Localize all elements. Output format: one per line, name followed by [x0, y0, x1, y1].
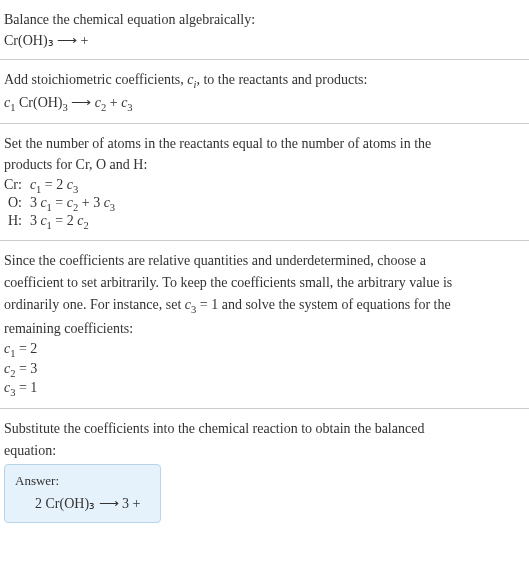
solve-p2: coefficient to set arbitrarily. To keep … [4, 273, 525, 293]
section-problem: Balance the chemical equation algebraica… [0, 0, 529, 60]
answer-label: Answer: [15, 473, 140, 489]
answer-box: Answer: 2 Cr(OH)₃ ⟶ 3 + [4, 464, 161, 523]
atoms-eq-cr: c1 = 2 c3 [30, 177, 121, 195]
arrow: ⟶ [68, 95, 95, 110]
atoms-intro2: products for Cr, O and H: [4, 155, 525, 175]
atoms-label-h: H: [4, 213, 30, 231]
answer-p1: Substitute the coefficients into the che… [4, 419, 525, 439]
solve-p1: Since the coefficients are relative quan… [4, 251, 525, 271]
atoms-row-cr: Cr: c1 = 2 c3 [4, 177, 121, 195]
sol-3: c3 = 1 [4, 380, 525, 398]
coeff-equation: c1 Cr(OH)3 ⟶ c2 + c3 [4, 94, 525, 113]
coeff-title: Add stoichiometric coefficients, ci, to … [4, 70, 525, 92]
plus: + [106, 95, 121, 110]
atoms-eq-o: 3 c1 = c2 + 3 c3 [30, 195, 121, 213]
solve-p3: ordinarily one. For instance, set c3 = 1… [4, 295, 525, 317]
answer-p2: equation: [4, 441, 525, 461]
sol-2: c2 = 3 [4, 361, 525, 379]
solve-p4: remaining coefficients: [4, 319, 525, 339]
sol-1: c1 = 2 [4, 341, 525, 359]
section-coefficients: Add stoichiometric coefficients, ci, to … [0, 60, 529, 124]
coeff-title-a: Add stoichiometric coefficients, [4, 72, 187, 87]
species1: Cr(OH) [15, 95, 62, 110]
atoms-row-o: O: 3 c1 = c2 + 3 c3 [4, 195, 121, 213]
problem-equation: Cr(OH)₃ ⟶ + [4, 32, 525, 49]
atoms-label-o: O: [4, 195, 30, 213]
atoms-label-cr: Cr: [4, 177, 30, 195]
problem-title: Balance the chemical equation algebraica… [4, 10, 525, 30]
atoms-table: Cr: c1 = 2 c3 O: 3 c1 = c2 + 3 c3 H: 3 c… [4, 177, 121, 230]
atoms-row-h: H: 3 c1 = 2 c2 [4, 213, 121, 231]
section-atoms: Set the number of atoms in the reactants… [0, 124, 529, 242]
section-answer: Substitute the coefficients into the che… [0, 409, 529, 531]
coeff-title-b: , to the reactants and products: [196, 72, 367, 87]
atoms-eq-h: 3 c1 = 2 c2 [30, 213, 121, 231]
answer-equation: 2 Cr(OH)₃ ⟶ 3 + [15, 495, 140, 512]
c3-sub: 3 [127, 102, 132, 113]
section-solve: Since the coefficients are relative quan… [0, 241, 529, 409]
atoms-intro1: Set the number of atoms in the reactants… [4, 134, 525, 154]
